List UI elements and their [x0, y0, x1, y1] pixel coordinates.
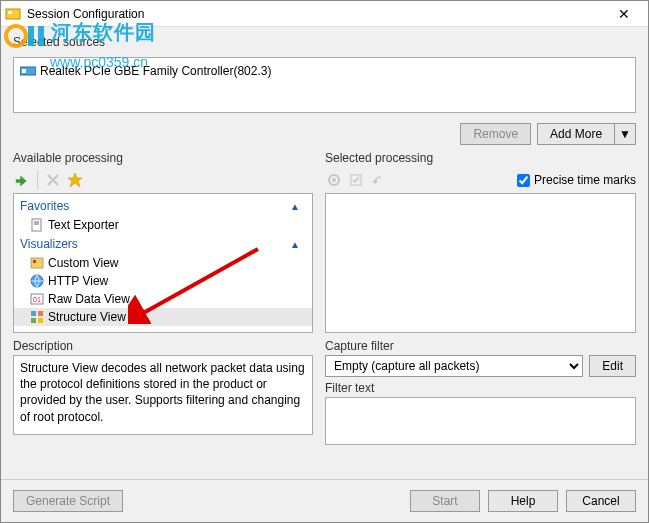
filter-text-box[interactable]	[325, 397, 636, 445]
selected-processing-label: Selected processing	[325, 151, 636, 165]
collapse-icon[interactable]: ▲	[290, 239, 300, 250]
group-label: Favorites	[20, 199, 69, 213]
svg-rect-8	[33, 260, 36, 263]
cancel-button[interactable]: Cancel	[566, 490, 636, 512]
doc-icon	[30, 218, 44, 232]
raw-data-icon: 01	[30, 292, 44, 306]
svg-rect-15	[38, 318, 43, 323]
tree-item[interactable]: Structure View	[14, 308, 312, 326]
favorite-icon[interactable]	[66, 171, 84, 189]
svg-rect-14	[31, 318, 36, 323]
svg-rect-1	[8, 11, 12, 14]
check-icon[interactable]	[347, 171, 365, 189]
svg-text:01: 01	[33, 296, 41, 303]
tree-item[interactable]: Custom View	[14, 254, 312, 272]
precise-checkbox-input[interactable]	[517, 174, 530, 187]
tree-group-favorites[interactable]: Favorites ▲	[14, 196, 312, 216]
tree-item-label: Text Exporter	[48, 218, 119, 232]
svg-rect-13	[38, 311, 43, 316]
svg-rect-3	[22, 69, 26, 73]
tree-item[interactable]: HTTP View	[14, 272, 312, 290]
tree-item[interactable]: Text Exporter	[14, 216, 312, 234]
svg-point-17	[332, 178, 336, 182]
available-processing-tree[interactable]: Favorites ▲ Text Exporter Visualizers ▲ …	[13, 193, 313, 333]
help-button[interactable]: Help	[488, 490, 558, 512]
filter-text-label: Filter text	[325, 381, 636, 395]
app-icon	[5, 6, 21, 22]
tree-item-label: Structure View	[48, 310, 126, 324]
apply-icon[interactable]	[13, 171, 31, 189]
tree-group-visualizers[interactable]: Visualizers ▲	[14, 234, 312, 254]
selected-sources-label: Selected sources	[13, 35, 636, 49]
window-title: Session Configuration	[27, 7, 604, 21]
structure-view-icon	[30, 310, 44, 324]
group-label: Visualizers	[20, 237, 78, 251]
capture-filter-select[interactable]: Empty (capture all packets)	[325, 355, 583, 377]
svg-rect-4	[32, 219, 41, 231]
collapse-icon[interactable]: ▲	[290, 201, 300, 212]
remove-button[interactable]: Remove	[460, 123, 531, 145]
add-more-button[interactable]: Add More ▼	[537, 123, 636, 145]
custom-view-icon	[30, 256, 44, 270]
tree-item-label: Raw Data View	[48, 292, 130, 306]
nic-icon	[20, 65, 36, 77]
precise-time-marks-checkbox[interactable]: Precise time marks	[517, 173, 636, 187]
generate-script-button[interactable]: Generate Script	[13, 490, 123, 512]
svg-rect-12	[31, 311, 36, 316]
toolbar-separator	[37, 171, 38, 189]
undo-icon[interactable]	[369, 171, 387, 189]
tree-item-label: HTTP View	[48, 274, 108, 288]
selected-sources-list[interactable]: Realtek PCIe GBE Family Controller(802.3…	[13, 57, 636, 113]
svg-rect-7	[31, 258, 43, 268]
source-name: Realtek PCIe GBE Family Controller(802.3…	[40, 64, 271, 78]
source-item[interactable]: Realtek PCIe GBE Family Controller(802.3…	[18, 62, 631, 80]
dropdown-arrow-icon[interactable]: ▼	[615, 123, 636, 145]
description-text: Structure View decodes all network packe…	[13, 355, 313, 435]
tree-item-label: Custom View	[48, 256, 118, 270]
close-button[interactable]: ✕	[604, 6, 644, 22]
selected-processing-list[interactable]	[325, 193, 636, 333]
add-more-label[interactable]: Add More	[537, 123, 615, 145]
http-view-icon	[30, 274, 44, 288]
edit-button[interactable]: Edit	[589, 355, 636, 377]
tree-item[interactable]: 01 Raw Data View	[14, 290, 312, 308]
start-button[interactable]: Start	[410, 490, 480, 512]
available-processing-label: Available processing	[13, 151, 313, 165]
capture-filter-label: Capture filter	[325, 339, 636, 353]
delete-icon[interactable]	[44, 171, 62, 189]
precise-label: Precise time marks	[534, 173, 636, 187]
description-label: Description	[13, 339, 313, 353]
gear-icon[interactable]	[325, 171, 343, 189]
